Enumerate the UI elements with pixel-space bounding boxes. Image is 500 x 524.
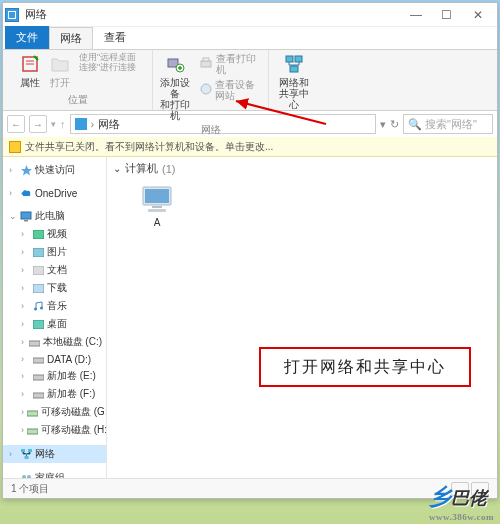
sidebar-item-disk-g[interactable]: ›可移动磁盘 (G:) [3, 403, 106, 421]
svg-rect-25 [21, 449, 25, 452]
svg-rect-3 [201, 61, 211, 67]
network-icon [75, 118, 87, 130]
cloud-icon [20, 187, 32, 199]
view-printers-label: 查看打印机 [216, 53, 262, 75]
svg-rect-20 [33, 358, 44, 363]
properties-label: 属性 [20, 77, 40, 88]
address-path: 网络 [98, 117, 120, 132]
svg-rect-19 [29, 341, 40, 346]
window-title: 网络 [25, 7, 47, 22]
sidebar-item-disk-f[interactable]: ›新加卷 (F:) [3, 385, 106, 403]
computer-name: A [154, 217, 161, 228]
sidebar-item-homegroup[interactable]: 家庭组 [3, 469, 106, 478]
sidebar-item-disk-h[interactable]: ›可移动磁盘 (H:) [3, 421, 106, 439]
svg-rect-13 [33, 248, 44, 257]
remote-desktop-button[interactable]: 使用"远程桌面 连接"进行连接 [77, 52, 138, 74]
sidebar-item-network[interactable]: › 网络 [3, 445, 106, 463]
nav-forward-button[interactable]: → [29, 115, 47, 133]
network-icon [20, 448, 32, 460]
status-bar: 1 个项目 [3, 478, 497, 498]
sidebar-item-this-pc[interactable]: ⌄ 此电脑 [3, 207, 106, 225]
view-printers-button[interactable]: 查看打印机 [197, 52, 264, 76]
search-input[interactable]: 🔍 搜索"网络" [403, 114, 493, 134]
svg-rect-26 [28, 449, 32, 452]
watermark: 乡乡巴佬巴佬 www.386w.com [429, 482, 494, 522]
sidebar-item-disk-d[interactable]: ›DATA (D:) [3, 351, 106, 367]
svg-rect-11 [24, 220, 28, 222]
add-device-label: 添加设备 和打印机 [159, 77, 191, 121]
chevron-down-icon[interactable]: ▾ [51, 119, 56, 129]
search-placeholder: 搜索"网络" [425, 117, 477, 132]
svg-rect-21 [33, 375, 44, 380]
network-center-button[interactable]: 网络和 共享中心 [273, 52, 315, 111]
svg-rect-14 [33, 266, 44, 275]
refresh-icon[interactable]: ↻ [390, 118, 399, 131]
sidebar-item-video[interactable]: ›视频 [3, 225, 106, 243]
removable-drive-icon [27, 424, 38, 436]
sidebar-item-disk-c[interactable]: ›本地磁盘 (C:) [3, 333, 106, 351]
sidebar-item-downloads[interactable]: ›下载 [3, 279, 106, 297]
svg-rect-10 [21, 212, 31, 219]
star-icon [20, 164, 32, 176]
svg-rect-32 [145, 189, 169, 203]
ribbon-tabs: 文件 网络 查看 [3, 27, 497, 49]
svg-point-17 [40, 306, 43, 309]
network-center-label: 网络和 共享中心 [275, 77, 313, 110]
svg-rect-4 [203, 58, 209, 61]
drive-icon [29, 336, 40, 348]
warning-bar[interactable]: 文件共享已关闭。看不到网络计算机和设备。单击更改... [3, 137, 497, 157]
sidebar-item-onedrive[interactable]: › OneDrive [3, 185, 106, 201]
drive-icon [32, 370, 44, 382]
dropdown-icon[interactable]: ▾ [380, 118, 386, 131]
nav-back-button[interactable]: ← [7, 115, 25, 133]
tab-network[interactable]: 网络 [49, 27, 93, 50]
sidebar-item-pictures[interactable]: ›图片 [3, 243, 106, 261]
sidebar-item-desktop[interactable]: ›桌面 [3, 315, 106, 333]
svg-rect-8 [290, 66, 298, 72]
view-devices-button[interactable]: 查看设备网站 [197, 78, 264, 102]
close-button[interactable]: ✕ [461, 5, 495, 25]
annotation-callout: 打开网络和共享中心 [259, 347, 471, 387]
documents-icon [32, 264, 44, 276]
properties-icon [19, 53, 41, 75]
content-pane: ⌄ 计算机 (1) A 打开网络和共享中心 [107, 157, 497, 478]
add-device-icon [164, 53, 186, 75]
navigation-tree: › 快速访问 › OneDrive ⌄ 此电脑 ›视频 ›图片 ›文档 ›下载 … [3, 157, 107, 478]
add-device-button[interactable]: 添加设备 和打印机 [157, 52, 193, 122]
drive-icon [32, 353, 44, 365]
downloads-icon [32, 282, 44, 294]
svg-point-16 [34, 307, 37, 310]
view-devices-label: 查看设备网站 [215, 79, 262, 101]
sidebar-item-music[interactable]: ›音乐 [3, 297, 106, 315]
app-window: 网络 — ☐ ✕ 文件 网络 查看 属性 [2, 2, 498, 499]
group-header-computers[interactable]: ⌄ 计算机 (1) [107, 157, 497, 180]
computer-icon [140, 184, 174, 214]
ribbon: 属性 打开 使用"远程桌面 连接"进行连接 位置 [3, 49, 497, 111]
maximize-button[interactable]: ☐ [431, 5, 461, 25]
device-website-icon [199, 82, 213, 98]
minimize-button[interactable]: — [401, 5, 431, 25]
svg-point-5 [201, 84, 211, 94]
tab-file[interactable]: 文件 [5, 26, 49, 49]
music-icon [32, 300, 44, 312]
group-label-network: 网络 [201, 122, 221, 138]
properties-button[interactable]: 属性 [17, 52, 43, 89]
svg-rect-34 [148, 209, 166, 212]
info-icon [9, 141, 21, 153]
open-label: 打开 [50, 77, 70, 88]
sidebar-item-documents[interactable]: ›文档 [3, 261, 106, 279]
desktop-icon [32, 318, 44, 330]
video-icon [32, 228, 44, 240]
open-button[interactable]: 打开 [47, 52, 73, 89]
nav-up-button[interactable]: ↑ [60, 118, 66, 130]
pictures-icon [32, 246, 44, 258]
svg-rect-18 [33, 320, 44, 329]
sidebar-item-quick-access[interactable]: › 快速访问 [3, 161, 106, 179]
computer-item[interactable]: A [127, 180, 187, 232]
remote-desktop-label: 使用"远程桌面 连接"进行连接 [79, 53, 136, 73]
title-bar: 网络 — ☐ ✕ [3, 3, 497, 27]
tab-view[interactable]: 查看 [93, 26, 137, 49]
svg-rect-27 [24, 456, 28, 459]
svg-rect-15 [33, 284, 44, 293]
sidebar-item-disk-e[interactable]: ›新加卷 (E:) [3, 367, 106, 385]
